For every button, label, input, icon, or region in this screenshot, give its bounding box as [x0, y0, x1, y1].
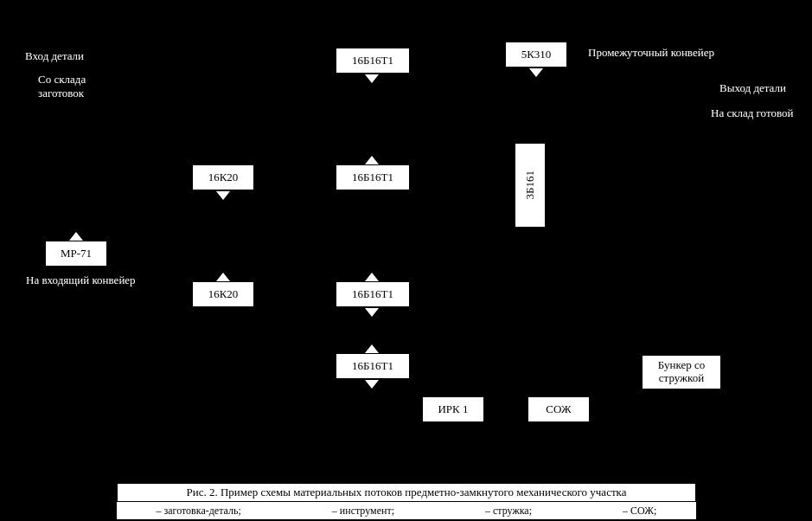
tri-b16t1-low-top [365, 273, 379, 281]
legend-zagotovka: – заготовка-деталь; [157, 505, 241, 518]
figure-caption-text: Рис. 2. Пример схемы материальных потоко… [187, 486, 627, 499]
node-3b161-label: 3Б161 [523, 170, 537, 199]
node-bunker: Бункер со стружкой [642, 355, 721, 389]
tri-b16t1-mid-top [365, 156, 379, 164]
tri-5k310-bot [529, 68, 543, 77]
node-mp71: МР-71 [45, 241, 107, 267]
node-16k20-b: 16К20 [192, 281, 254, 307]
node-irk: ИРК 1 [422, 396, 484, 422]
legend-struzhka-text: – стружка; [485, 505, 532, 518]
node-16b16t1-top: 16Б16Т1 [336, 48, 410, 74]
legend-struzhka: – стружка; [485, 505, 532, 518]
node-soj-label: СОЖ [546, 402, 571, 416]
node-5k310: 5К310 [505, 42, 567, 68]
tri-b16t1-bot-bot [365, 380, 379, 389]
figure-caption: Рис. 2. Пример схемы материальных потоко… [117, 483, 696, 502]
tri-mp71-top [69, 232, 83, 241]
node-16b16t1-mid: 16Б16Т1 [336, 164, 410, 190]
label-na-vhod-konveer: На входящий конвейер [26, 273, 156, 287]
tri-b16t1-low-bot [365, 308, 379, 317]
node-16b16t1-bot: 16Б16Т1 [336, 353, 410, 379]
legend-zagotovka-text: – заготовка-деталь; [157, 505, 241, 518]
label-vyhod-detali: Выход детали [719, 81, 806, 95]
tri-b16t1-top-bot [365, 74, 379, 83]
label-so-sklada: Со склада заготовок [38, 73, 116, 100]
legend-soj-text: – СОЖ; [623, 505, 656, 518]
node-5k310-label: 5К310 [521, 48, 552, 61]
node-16k20-a-label: 16К20 [208, 170, 239, 184]
diagram-canvas: Вход детали Со склада заготовок На входя… [0, 0, 812, 521]
node-16k20-b-label: 16К20 [208, 287, 239, 301]
legend-instrument-text: – инструмент; [332, 505, 394, 518]
label-prom-konveer: Промежуточный конвейер [588, 46, 718, 60]
node-16k20-a: 16К20 [192, 164, 254, 190]
node-irk-label: ИРК 1 [438, 402, 468, 416]
tri-16k20a-bot [216, 191, 230, 200]
node-mp71-label: МР-71 [61, 247, 92, 260]
label-na-sklad: На склад готовой [711, 106, 806, 120]
node-3b161: 3Б161 [515, 143, 546, 228]
node-16b16t1-low: 16Б16Т1 [336, 281, 410, 307]
legend-instrument: – инструмент; [332, 505, 394, 518]
legend-soj: – СОЖ; [623, 505, 656, 518]
legend-row: – заготовка-деталь; – инструмент; – стру… [117, 502, 696, 519]
node-16b16t1-bot-label: 16Б16Т1 [352, 359, 393, 373]
tri-b16t1-bot-top [365, 344, 379, 353]
tri-16k20b-top [216, 273, 230, 281]
node-16b16t1-top-label: 16Б16Т1 [352, 54, 393, 68]
node-soj: СОЖ [527, 396, 590, 422]
node-16b16t1-low-label: 16Б16Т1 [352, 287, 393, 301]
node-bunker-label: Бункер со стружкой [646, 359, 717, 385]
node-16b16t1-mid-label: 16Б16Т1 [352, 170, 393, 184]
label-vhod-detali: Вход детали [25, 49, 120, 63]
